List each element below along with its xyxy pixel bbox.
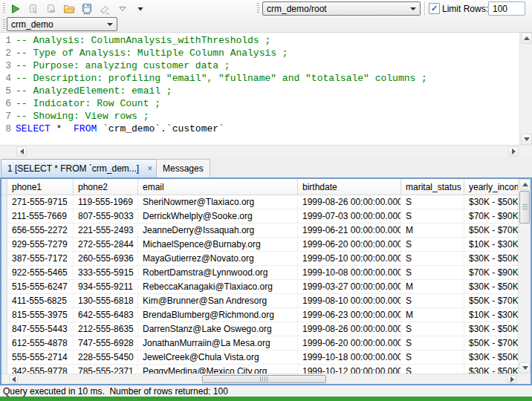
check-icon: ✓	[431, 4, 438, 13]
column-header[interactable]: phone2	[74, 179, 138, 195]
table-cell: $30K - $50K	[464, 365, 518, 374]
toolbar-grip[interactable]	[3, 3, 5, 14]
row-header	[1, 224, 7, 237]
column-header[interactable]: phone1	[7, 179, 74, 195]
table-cell: JeanneDerry@Issaquah.org	[138, 224, 298, 237]
table-cell: MichaelSpence@Burnaby.org	[138, 238, 298, 251]
toolbar-grip[interactable]	[257, 3, 259, 14]
code-text: -- AnalyzedElement: email ;	[16, 85, 172, 97]
scroll-up-icon[interactable]	[521, 33, 532, 44]
table-row[interactable]: 411-555-6825130-555-6818Kim@Brunner@San …	[1, 294, 518, 308]
line-number: 6	[0, 97, 11, 110]
table-cell: 515-555-6247	[7, 280, 74, 293]
results-horizontal-scrollbar[interactable]	[7, 374, 518, 384]
table-row[interactable]: 815-555-3975642-555-6483BrendaBlumberg@R…	[1, 308, 518, 322]
results-table: phone1phone2emailbirthdatemarital_status…	[0, 177, 532, 385]
table-row[interactable]: 387-555-7172260-555-6936MayaGutierrez@No…	[1, 252, 518, 266]
table-cell: $70K - $90K	[464, 209, 518, 223]
scroll-down-icon[interactable]	[519, 362, 531, 374]
line-number: 2	[0, 47, 11, 59]
table-row[interactable]: 922-555-5465333-555-5915RobertDamstra@Ly…	[1, 266, 518, 280]
table-cell: JewelCreek@Chula Vista.org	[138, 351, 298, 364]
editor-horizontal-scrollbar[interactable]	[0, 145, 532, 157]
editor-vertical-scrollbar[interactable]	[519, 33, 532, 145]
code-line: 5-- AnalyzedElement: email ;	[0, 85, 519, 97]
table-cell: 212-555-8635	[74, 322, 138, 336]
status-bar: Query executed in 10 ms. Number of rows …	[0, 385, 532, 397]
open-file-icon[interactable]	[62, 2, 76, 16]
row-header	[1, 351, 7, 364]
table-cell: 342-555-9778	[7, 365, 74, 374]
limit-rows-input[interactable]: 100	[488, 1, 525, 16]
row-header	[1, 209, 7, 223]
table-cell: $10K - $30K	[464, 238, 518, 251]
sql-editor[interactable]: 1-- Analysis: ColumnAnalysis_withThresho…	[0, 33, 532, 145]
run-step-icon[interactable]	[45, 2, 58, 16]
tab-messages[interactable]: Messages	[156, 159, 210, 177]
dropdown-outline-icon[interactable]	[116, 2, 129, 16]
scroll-up-icon[interactable]	[519, 179, 531, 190]
editor-lines[interactable]: 1-- Analysis: ColumnAnalysis_withThresho…	[0, 34, 519, 145]
table-row[interactable]: 271-555-9715119-555-1969SheriNowmer@Tlax…	[1, 195, 518, 209]
toolbar: crm_demo crm_demo/root ✓ Limit Rows: 100	[0, 0, 532, 33]
tab-results[interactable]: 1 [SELECT * FROM `crm_dem...]✕	[1, 159, 162, 177]
toolbar-grip[interactable]	[3, 19, 5, 30]
limit-rows-checkbox[interactable]: ✓	[429, 3, 440, 14]
scroll-left-icon[interactable]	[16, 146, 27, 157]
close-tab-icon[interactable]: ✕	[144, 163, 155, 175]
table-cell: S	[401, 266, 464, 279]
table-cell: $50K - $70K	[464, 224, 518, 237]
table-cell: SheriNowmer@Tlaxiaco.org	[138, 195, 298, 209]
line-number: 7	[0, 110, 11, 123]
table-cell: 411-555-6825	[7, 294, 74, 307]
horizontal-scroll-thumb[interactable]	[202, 375, 326, 383]
table-row[interactable]: 612-555-4878747-555-6928JonathanMurraiin…	[1, 336, 518, 351]
vertical-scroll-thumb[interactable]	[519, 191, 530, 224]
sql-editor-window: crm_demo crm_demo/root ✓ Limit Rows: 100…	[0, 0, 532, 401]
scroll-left-icon[interactable]	[9, 375, 18, 384]
scroll-right-icon[interactable]	[507, 375, 516, 384]
row-header	[1, 266, 7, 279]
results-vertical-scrollbar[interactable]	[518, 179, 531, 374]
table-row[interactable]: 342-555-9778785-555-2371PeggyMedina@Mexi…	[1, 365, 518, 374]
table-cell: $70K - $90K	[464, 266, 518, 279]
table-cell: 333-555-5915	[74, 266, 138, 279]
table-cell: 1999-08-26 00:00:00.000	[298, 322, 401, 336]
code-line: 1-- Analysis: ColumnAnalysis_withThresho…	[0, 34, 519, 47]
tab-label: Messages	[163, 163, 204, 174]
table-cell: S	[401, 322, 464, 336]
table-row[interactable]: 929-555-7279272-555-2844MichaelSpence@Bu…	[1, 238, 518, 252]
table-cell: $30K - $50K	[464, 351, 518, 364]
table-cell: 1999-06-23 00:00:00.000	[298, 308, 401, 322]
table-cell: 272-555-2844	[74, 238, 138, 251]
connection-combo[interactable]: crm_demo/root	[262, 1, 421, 16]
column-header[interactable]: yearly_incon	[464, 179, 518, 195]
table-cell: RobertDamstra@Lynnwood.org	[138, 266, 298, 279]
table-cell: S	[401, 351, 464, 364]
table-row[interactable]: 847-555-5443212-555-8635DarrenStanz@Lake…	[1, 322, 518, 336]
table-row[interactable]: 555-555-2714228-555-5450JewelCreek@Chula…	[1, 351, 518, 365]
toolbar-menu-icon[interactable]	[134, 2, 147, 16]
table-cell: $30K - $50K	[464, 252, 518, 265]
run-query-icon[interactable]	[9, 2, 22, 16]
column-header[interactable]: birthdate	[298, 179, 401, 195]
scroll-down-icon[interactable]	[521, 134, 532, 145]
column-header[interactable]: email	[138, 179, 298, 195]
row-header	[1, 294, 7, 307]
table-row[interactable]: 656-555-2272221-555-2493JeanneDerry@Issa…	[1, 224, 518, 238]
table-cell: 260-555-6936	[74, 252, 138, 265]
table-cell: 221-555-2493	[74, 224, 138, 237]
scroll-right-icon[interactable]	[508, 146, 519, 157]
column-header[interactable]: marital_status	[401, 179, 464, 195]
run-selected-icon[interactable]	[27, 2, 40, 16]
row-header	[1, 252, 7, 265]
editor-connection-combo[interactable]: crm_demo	[7, 17, 117, 31]
clear-editor-icon[interactable]	[98, 2, 111, 16]
table-row[interactable]: 211-555-7669807-555-9033DerrickWhelply@S…	[1, 209, 518, 224]
scrollbar-corner	[1, 374, 7, 384]
chevron-down-icon	[107, 23, 113, 26]
table-row[interactable]: 515-555-6247934-555-9211RebeccaKanagaki@…	[1, 280, 518, 294]
table-cell: 228-555-5450	[74, 351, 138, 364]
save-icon[interactable]	[80, 2, 94, 16]
table-cell: 1999-10-08 00:00:00.000	[298, 266, 401, 279]
